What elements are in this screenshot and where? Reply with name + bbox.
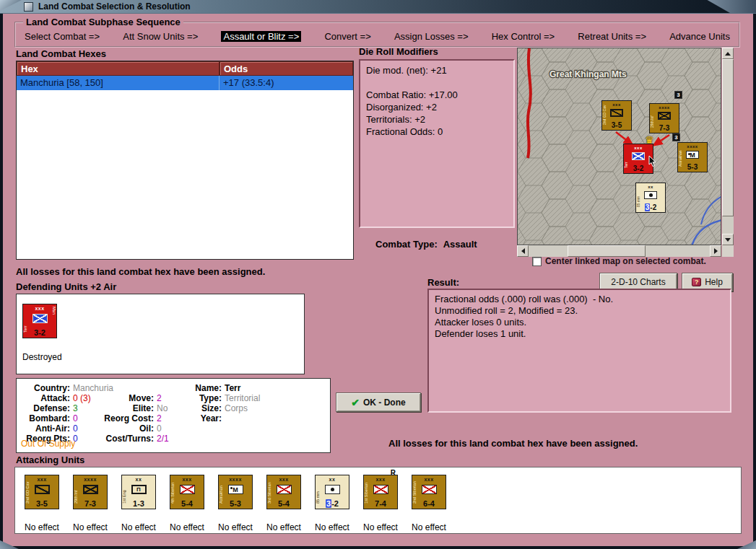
- center-map-checkbox[interactable]: Center linked map on selected combat.: [532, 256, 706, 266]
- unit-symbol-icon: [180, 485, 195, 494]
- help-icon: ?: [692, 278, 701, 286]
- map-unit-counter[interactable]: 85 mm xx 3-2: [635, 183, 666, 213]
- seq-step-assault-or-blitz: Assault or Blitz =>: [221, 31, 301, 42]
- map-unit-counter[interactable]: 29th Inf xxxx 7-3: [649, 103, 679, 133]
- unit-counter[interactable]: 3rd Siberian xxx 5-4: [266, 475, 301, 509]
- seq-step-att-snow-units: Att Snow Units =>: [123, 31, 198, 42]
- unit-strength: 3-2: [23, 328, 56, 337]
- unit-symbol-icon: [644, 191, 657, 199]
- attacking-unit-card[interactable]: R 1st Siberian xxx 7-4 No effect: [361, 475, 400, 533]
- unit-size: xx: [136, 476, 142, 483]
- unit-size: xxxx: [687, 144, 698, 149]
- scroll-up-button[interactable]: [722, 48, 734, 59]
- unit-symbol-icon: [32, 314, 48, 323]
- detail-label: Reorg Cost:: [97, 413, 154, 423]
- attacking-unit-card[interactable]: 85 mm xx 3-2 No effect: [313, 475, 352, 533]
- detail-label: Country:: [21, 383, 70, 393]
- checkbox-box[interactable]: [532, 257, 542, 266]
- defending-units-panel: Terr Man xxx 3-2 Destroyed: [16, 294, 305, 374]
- ok-done-label: OK - Done: [363, 398, 406, 408]
- map-unit-counter[interactable]: Astrakhan xxxx 5-3: [677, 142, 708, 172]
- detail-label: Type:: [190, 393, 222, 403]
- detail-value: 0: [73, 413, 78, 423]
- unit-counter[interactable]: 4th Siberian xxx 5-4: [170, 475, 204, 509]
- scroll-down-button[interactable]: [722, 234, 734, 245]
- seq-step-hex-control: Hex Control =>: [492, 31, 555, 42]
- window-title: Land Combat Selection & Resolution: [38, 1, 191, 12]
- selected-combat-crown-icon: ♛: [645, 135, 654, 145]
- unit-counter[interactable]: 29th Inf xxxx 7-3: [73, 475, 108, 509]
- map-unit-counter[interactable]: 2nd GD Cav xxx 3-5: [601, 100, 632, 131]
- combat-type-value: Assault: [443, 239, 477, 250]
- help-button-label: Help: [705, 277, 723, 287]
- horizontal-scroll-thumb[interactable]: [568, 245, 646, 257]
- attacking-unit-card[interactable]: Astrakhan xxxx 5-3 No effect: [216, 475, 255, 533]
- unit-strength: 6-4: [412, 499, 446, 508]
- defending-unit-counter[interactable]: Terr Man xxx 3-2: [22, 304, 57, 338]
- details-column-3: Name:Terr Type:Territorial Size:Corps Ye…: [190, 383, 260, 423]
- modifier-line: Disorganized: +2: [366, 101, 508, 113]
- cell-odds[interactable]: +17 (33.5:4): [220, 76, 353, 90]
- table-row-selected[interactable]: Manchuria [58, 150] +17 (33.5:4): [17, 76, 353, 90]
- ok-done-button[interactable]: ✔ OK - Done: [336, 392, 421, 412]
- unit-size: xxx: [612, 102, 621, 107]
- combat-hexes-heading: Land Combat Hexes: [16, 48, 106, 59]
- attacking-unit-card[interactable]: 2nd GD Cav xxx 3-5 No effect: [22, 475, 61, 533]
- cell-hex[interactable]: Manchuria [58, 150]: [17, 76, 220, 90]
- unit-symbol-icon: [610, 109, 623, 117]
- unit-counter[interactable]: 2nd GD Cav xxx 3-5: [25, 475, 59, 509]
- unit-size: xx: [648, 184, 653, 190]
- unit-counter[interactable]: 1st Siberian xxx 7-4: [363, 475, 398, 509]
- detail-value: Corps: [225, 403, 248, 413]
- vertical-scroll-thumb[interactable]: [722, 59, 734, 216]
- combat-hexes-table: Hex Odds Manchuria [58, 150] +17 (33.5:4…: [16, 61, 354, 260]
- attacking-unit-card[interactable]: 2nd Siberian xxx 6-4 No effect: [409, 475, 448, 533]
- unit-symbol-icon: [325, 485, 340, 494]
- seq-step-assign-losses: Assign Losses =>: [394, 31, 469, 42]
- attacking-unit-card[interactable]: 4th Siberian xxx 5-4 No effect: [168, 475, 207, 533]
- detail-label: Size:: [190, 403, 222, 413]
- unit-counter[interactable]: 85 mm xx 3-2: [315, 475, 349, 509]
- unit-effect-label: No effect: [170, 522, 204, 532]
- detail-label: Name:: [190, 383, 222, 393]
- unit-counter[interactable]: Astrakhan xxxx 5-3: [218, 475, 253, 509]
- supply-status: Out Of Supply: [21, 439, 75, 449]
- unit-size: xxx: [424, 476, 433, 483]
- map-horizontal-scrollbar[interactable]: [517, 245, 721, 257]
- result-heading: Result:: [427, 277, 459, 288]
- scroll-right-button[interactable]: [710, 245, 721, 257]
- map-vertical-scrollbar[interactable]: [722, 48, 734, 245]
- app-icon: [24, 2, 33, 12]
- scroll-left-button[interactable]: [517, 245, 529, 257]
- attacking-unit-card[interactable]: 1st Eng xx 1-3 No effect: [119, 475, 158, 533]
- unit-counter[interactable]: 1st Eng xx 1-3: [121, 475, 156, 509]
- unit-effect-label: No effect: [25, 522, 59, 532]
- unit-effect-label: No effect: [363, 522, 398, 532]
- result-line: Defender loses 1 unit.: [435, 328, 724, 340]
- detail-value: Manchuria: [73, 383, 113, 393]
- unit-size: xxx: [37, 476, 46, 483]
- detail-value: Terr: [225, 383, 240, 393]
- unit-symbol-icon: [228, 485, 243, 494]
- detail-label: Defense:: [21, 403, 70, 413]
- detail-value: 0: [73, 423, 78, 434]
- attacking-unit-card[interactable]: 29th Inf xxxx 7-3 No effect: [71, 475, 110, 533]
- modifier-line: Die mod. (net): +21: [366, 64, 508, 76]
- linked-map[interactable]: Great Khingan Mts 2nd GD Cav xxx 3-5 29t…: [517, 48, 721, 245]
- unit-strength: 5-3: [678, 163, 707, 171]
- unit-size: xxx: [35, 305, 44, 312]
- unit-symbol-icon: [658, 112, 671, 120]
- unit-symbol-icon: [373, 485, 388, 494]
- titlebar: Land Combat Selection & Resolution: [0, 0, 756, 14]
- charts-button-label: 2-D-10 Charts: [611, 277, 665, 287]
- table-header: Hex Odds: [17, 61, 353, 76]
- attacking-unit-card[interactable]: 3rd Siberian xxx 5-4 No effect: [264, 475, 303, 533]
- unit-counter[interactable]: 2nd Siberian xxx 6-4: [412, 475, 446, 509]
- modifier-line: Combat Ratio: +17.00: [366, 89, 508, 101]
- detail-value: 2: [157, 413, 162, 423]
- checkbox-label: Center linked map on selected combat.: [545, 256, 706, 266]
- modifier-line: Territorials: +2: [366, 113, 508, 126]
- detail-label: Attack:: [21, 393, 70, 403]
- unit-strength: 7-4: [364, 499, 397, 508]
- detail-label: Anti-Air:: [21, 423, 70, 434]
